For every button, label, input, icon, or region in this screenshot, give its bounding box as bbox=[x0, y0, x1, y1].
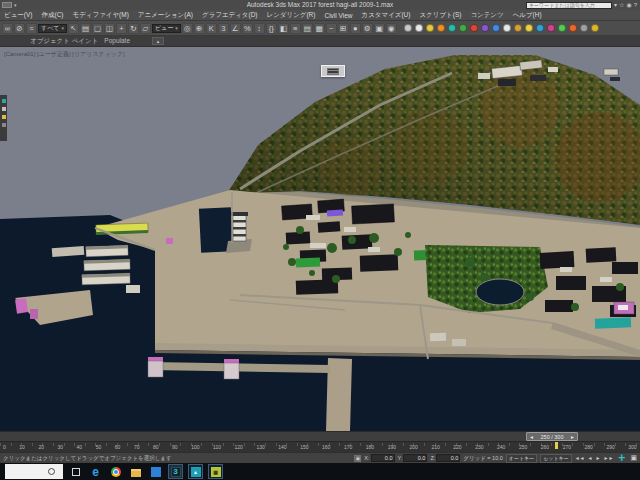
docked-vertical-toolbar[interactable] bbox=[0, 95, 7, 141]
outer-gate-tower-east[interactable] bbox=[224, 359, 239, 379]
z-coordinate-field[interactable]: 0.0 bbox=[436, 454, 460, 462]
pan-view-icon[interactable]: + bbox=[618, 453, 625, 463]
rendered-frame-icon[interactable]: ▣ bbox=[374, 23, 385, 34]
menu-content[interactable]: コンテンツ bbox=[470, 11, 503, 20]
y-coordinate-field[interactable]: 0.0 bbox=[403, 454, 427, 462]
cortana-search-box[interactable] bbox=[5, 464, 63, 479]
custom-icon-2[interactable] bbox=[415, 24, 423, 32]
outer-gate-tower-west[interactable] bbox=[148, 357, 163, 377]
menu-civil-view[interactable]: Civil View bbox=[324, 12, 352, 19]
south-building[interactable] bbox=[430, 333, 446, 342]
custom-icon-14[interactable] bbox=[547, 24, 555, 32]
custom-icon-5[interactable] bbox=[448, 24, 456, 32]
mirror-icon[interactable]: ◧ bbox=[278, 23, 289, 34]
reference-coordinate-dropdown[interactable]: ビュー ▾ bbox=[152, 24, 181, 33]
current-frame-marker[interactable] bbox=[555, 442, 558, 449]
3ds-max-taskbar-icon[interactable]: 3 bbox=[168, 464, 183, 479]
select-and-move-icon[interactable]: + bbox=[116, 23, 127, 34]
custom-icon-8[interactable] bbox=[481, 24, 489, 32]
select-and-scale-icon[interactable]: ▱ bbox=[140, 23, 151, 34]
custom-icon-15[interactable] bbox=[558, 24, 566, 32]
select-and-manipulate-icon[interactable]: ⊕ bbox=[194, 23, 205, 34]
custom-icon-13[interactable] bbox=[536, 24, 544, 32]
graphite-ribbon-icon[interactable]: ▦ bbox=[314, 23, 325, 34]
menu-customize[interactable]: カスタマイズ(U) bbox=[362, 11, 411, 20]
southeast-corner-turret[interactable] bbox=[614, 302, 634, 314]
vbar-icon-3[interactable] bbox=[2, 115, 6, 119]
go-to-start-button[interactable]: ◄◄ bbox=[575, 455, 585, 461]
custom-icon-12[interactable] bbox=[525, 24, 533, 32]
keyboard-override-icon[interactable]: K bbox=[206, 23, 217, 34]
menu-view[interactable]: ビュー(V) bbox=[4, 11, 32, 20]
material-editor-icon[interactable]: ● bbox=[350, 23, 361, 34]
selection-lock-icon[interactable]: ▣ bbox=[354, 455, 361, 462]
go-to-end-button[interactable]: ►► bbox=[603, 455, 613, 461]
custom-icon-10[interactable] bbox=[503, 24, 511, 32]
menu-create[interactable]: 作成(C) bbox=[41, 11, 63, 20]
menu-rendering[interactable]: レンダリング(R) bbox=[267, 11, 316, 20]
x-coordinate-field[interactable]: 0.0 bbox=[371, 454, 395, 462]
angle-snap-icon[interactable]: ∠ bbox=[230, 23, 241, 34]
menu-animation[interactable]: アニメーション(A) bbox=[138, 11, 193, 20]
image-viewer-icon[interactable]: ▦ bbox=[208, 464, 223, 479]
custom-icon-6[interactable] bbox=[459, 24, 467, 32]
curve-editor-icon[interactable]: ~ bbox=[326, 23, 337, 34]
unlink-selection-icon[interactable]: ⊘ bbox=[14, 23, 25, 34]
menu-help[interactable]: ヘルプ(H) bbox=[513, 11, 542, 20]
time-slider-track[interactable]: ◄ 250 / 300 ► bbox=[0, 431, 640, 441]
floating-toolbar[interactable] bbox=[321, 65, 345, 77]
help-icon[interactable]: ? bbox=[634, 1, 637, 9]
sign-in-icon[interactable]: ◉ bbox=[626, 1, 631, 9]
select-and-link-icon[interactable]: ∞ bbox=[2, 23, 13, 34]
rectangular-selection-icon[interactable]: ▢ bbox=[92, 23, 103, 34]
select-object-icon[interactable]: ↖ bbox=[68, 23, 79, 34]
edge-browser-icon[interactable]: e bbox=[88, 464, 103, 479]
custom-icon-9[interactable] bbox=[492, 24, 500, 32]
custom-icon-17[interactable] bbox=[580, 24, 588, 32]
mail-app-icon[interactable] bbox=[148, 464, 163, 479]
photos-app-icon[interactable]: ▲ bbox=[188, 464, 203, 479]
window-crossing-icon[interactable]: ◫ bbox=[104, 23, 115, 34]
auto-key-button[interactable]: オートキー bbox=[506, 454, 537, 463]
custom-icon-4[interactable] bbox=[437, 24, 445, 32]
favorites-icon[interactable]: ☆ bbox=[619, 1, 624, 9]
track-bar[interactable]: 0102030405060708090100110120130140150160… bbox=[0, 441, 640, 452]
workspace-dropdown[interactable] bbox=[2, 2, 12, 8]
menu-graph-editors[interactable]: グラフエディタ(D) bbox=[202, 11, 258, 20]
pier-gate-pink-small[interactable] bbox=[30, 309, 38, 319]
viewport-label[interactable]: [Camera01] [ユーザ定義] [リアリスティック] bbox=[4, 50, 125, 59]
castle-keep[interactable] bbox=[231, 212, 248, 241]
vbar-icon-4[interactable] bbox=[2, 123, 6, 127]
file-explorer-icon[interactable] bbox=[128, 464, 143, 479]
selection-filter-dropdown[interactable]: すべて ▾ bbox=[38, 24, 67, 33]
vbar-icon-2[interactable] bbox=[2, 107, 6, 111]
pier-gate-pink[interactable] bbox=[15, 298, 28, 313]
previous-frame-button[interactable]: ◄ bbox=[588, 455, 593, 461]
small-pink-gate-north[interactable] bbox=[166, 238, 173, 244]
schematic-view-icon[interactable]: ⊞ bbox=[338, 23, 349, 34]
percent-snap-icon[interactable]: % bbox=[242, 23, 253, 34]
render-icon[interactable]: ◉ bbox=[386, 23, 397, 34]
align-icon[interactable]: ≡ bbox=[290, 23, 301, 34]
custom-icon-18[interactable] bbox=[591, 24, 599, 32]
custom-icon-7[interactable] bbox=[470, 24, 478, 32]
custom-icon-16[interactable] bbox=[569, 24, 577, 32]
previous-frame-button[interactable]: ◄ bbox=[529, 434, 534, 440]
custom-icon-1[interactable] bbox=[404, 24, 412, 32]
custom-icon-3[interactable] bbox=[426, 24, 434, 32]
south-building-2[interactable] bbox=[452, 339, 466, 346]
named-selection-sets-icon[interactable]: {} bbox=[266, 23, 277, 34]
custom-icon-11[interactable] bbox=[514, 24, 522, 32]
maximize-viewport-toggle-icon[interactable]: ▣ bbox=[630, 454, 637, 462]
search-scope-dropdown-icon[interactable]: ▾ bbox=[614, 1, 617, 9]
infocenter-search-input[interactable] bbox=[526, 2, 612, 9]
spinner-snap-icon[interactable]: ↕ bbox=[254, 23, 265, 34]
yellow-building[interactable] bbox=[96, 223, 148, 235]
snaps-toggle-icon[interactable]: 3 bbox=[218, 23, 229, 34]
select-and-rotate-icon[interactable]: ↻ bbox=[128, 23, 139, 34]
render-setup-icon[interactable]: ⚙ bbox=[362, 23, 373, 34]
set-key-button[interactable]: セットキー bbox=[540, 454, 571, 463]
ribbon-tab-object-paint[interactable]: オブジェクト ペイント bbox=[30, 37, 98, 46]
time-slider-handle[interactable]: ◄ 250 / 300 ► bbox=[526, 432, 578, 441]
next-frame-button[interactable]: ► bbox=[570, 434, 575, 440]
